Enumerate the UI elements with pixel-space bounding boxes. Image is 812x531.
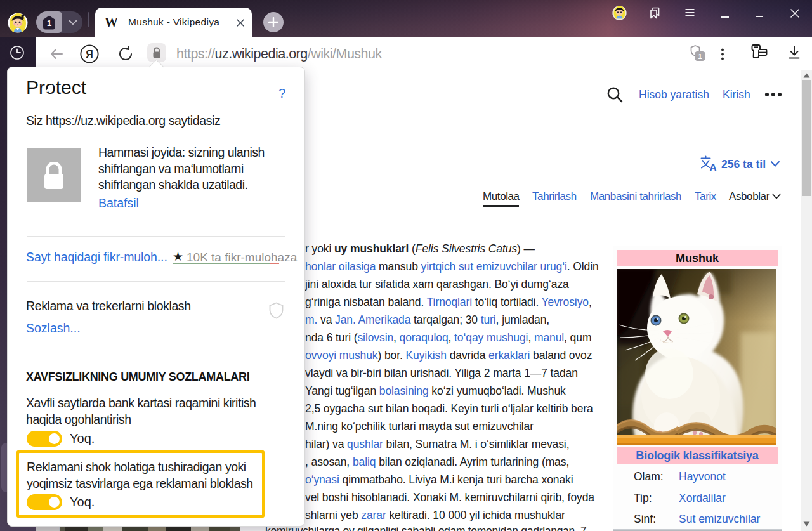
svg-text:Я: Я [86,49,93,60]
svg-text:1: 1 [47,18,51,28]
svg-text:1: 1 [698,53,702,60]
svg-text:A: A [709,162,717,172]
